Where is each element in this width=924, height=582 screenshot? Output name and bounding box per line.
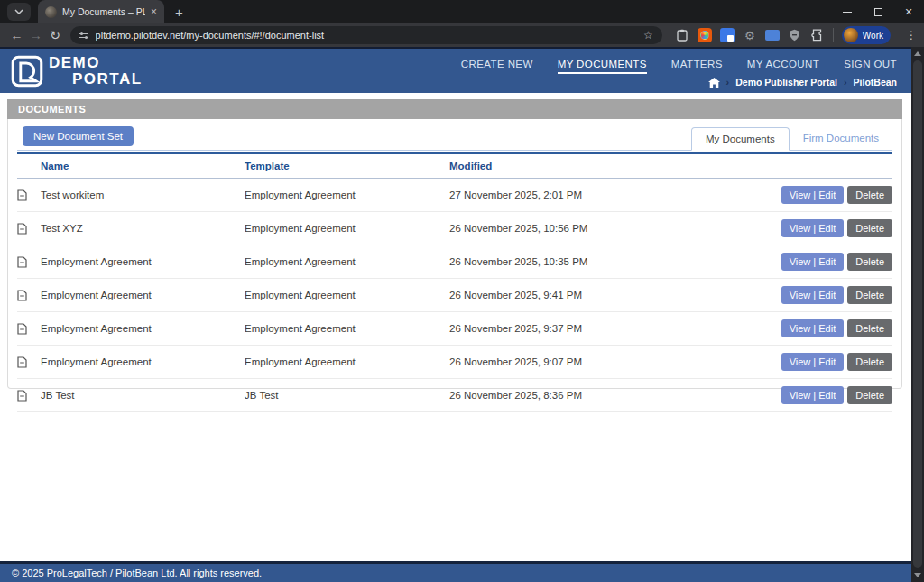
browser-menu-kebab-icon[interactable]: ⋮	[906, 29, 917, 42]
breadcrumb-pilotbean[interactable]: PilotBean	[854, 77, 897, 88]
breadcrumb-demo-publisher-portal[interactable]: Demo Publisher Portal	[735, 77, 837, 88]
window-close-button[interactable]: ✕	[893, 0, 924, 23]
doc-template: JB Test	[245, 379, 449, 412]
tab-favicon-icon	[45, 6, 57, 18]
document-file-icon	[17, 379, 41, 412]
page-viewport: DEMO PORTAL CREATE NEW MY DOCUMENTS MATT…	[0, 47, 911, 582]
doc-template: Employment Agreement	[245, 279, 449, 312]
documents-section-header: DOCUMENTS	[7, 99, 902, 119]
clipboard-extension-icon[interactable]	[675, 28, 689, 42]
column-header-modified: Modified	[449, 153, 743, 179]
table-row: Test XYZ Employment Agreement 26 Novembe…	[17, 212, 892, 245]
nav-matters[interactable]: MATTERS	[671, 59, 723, 74]
page-scrollbar[interactable]	[911, 47, 924, 582]
column-header-name: Name	[41, 153, 245, 179]
doc-modified: 27 November 2025, 2:01 PM	[449, 179, 743, 212]
documents-panel: New Document Set My Documents Firm Docum…	[7, 119, 902, 389]
view-edit-button[interactable]: View | Edit	[781, 319, 845, 337]
doc-modified: 26 November 2025, 10:56 PM	[449, 212, 743, 245]
nav-my-documents[interactable]: MY DOCUMENTS	[558, 59, 647, 74]
doc-template: Employment Agreement	[245, 179, 449, 212]
table-row: Test workitem Employment Agreement 27 No…	[17, 179, 892, 212]
doc-modified: 26 November 2025, 9:07 PM	[449, 346, 743, 379]
table-row: JB Test JB Test 26 November 2025, 8:36 P…	[17, 379, 892, 412]
window-minimize-button[interactable]	[832, 0, 863, 23]
profile-name: Work	[863, 31, 883, 41]
doc-template: Employment Agreement	[245, 212, 449, 245]
view-edit-button[interactable]: View | Edit	[781, 386, 845, 404]
delete-button[interactable]: Delete	[847, 286, 892, 304]
document-file-icon	[17, 212, 41, 245]
main-nav: CREATE NEW MY DOCUMENTS MATTERS MY ACCOU…	[461, 59, 897, 74]
table-header-row: Name Template Modified	[17, 153, 892, 179]
translate-extension-icon[interactable]	[720, 28, 735, 42]
url-text: pltdemo.pilotdev.net/my-documents/#!/doc…	[96, 30, 643, 41]
view-edit-button[interactable]: View | Edit	[781, 286, 845, 304]
panel-toolbar: New Document Set My Documents Firm Docum…	[17, 126, 892, 151]
url-bar[interactable]: pltdemo.pilotdev.net/my-documents/#!/doc…	[70, 26, 662, 44]
camera-ring-extension-icon[interactable]	[698, 28, 712, 42]
demo-portal-logo-icon	[11, 55, 43, 88]
tab-title: My Documents – PLT Demo	[62, 6, 145, 17]
window-maximize-button[interactable]	[863, 0, 893, 23]
tab-my-documents[interactable]: My Documents	[691, 127, 790, 151]
delete-button[interactable]: Delete	[847, 186, 892, 204]
new-tab-button[interactable]: +	[175, 5, 183, 20]
browser-tab[interactable]: My Documents – PLT Demo ×	[38, 0, 164, 23]
tab-firm-documents[interactable]: Firm Documents	[790, 127, 892, 151]
breadcrumb: › Demo Publisher Portal › PilotBean	[708, 77, 897, 88]
doc-modified: 26 November 2025, 10:35 PM	[449, 245, 743, 279]
delete-button[interactable]: Delete	[847, 353, 892, 371]
delete-button[interactable]: Delete	[847, 219, 892, 237]
scrollbar-thumb[interactable]	[913, 60, 922, 568]
shield-extension-icon[interactable]	[788, 28, 802, 42]
back-button[interactable]: ←	[7, 28, 26, 42]
reload-button[interactable]: ↻	[45, 28, 64, 42]
browser-toolbar: ← → ↻ pltdemo.pilotdev.net/my-documents/…	[0, 23, 924, 47]
doc-template: Employment Agreement	[245, 346, 449, 379]
window-extension-icon[interactable]	[765, 28, 780, 42]
nav-create-new[interactable]: CREATE NEW	[461, 59, 533, 74]
logo-text: DEMO PORTAL	[49, 55, 143, 88]
view-edit-button[interactable]: View | Edit	[781, 219, 845, 237]
delete-button[interactable]: Delete	[847, 253, 892, 271]
documents-table: Name Template Modified Test workitem Emp…	[17, 152, 892, 412]
nav-my-account[interactable]: MY ACCOUNT	[747, 59, 819, 74]
doc-name: Test workitem	[41, 179, 245, 212]
table-row: Employment Agreement Employment Agreemen…	[17, 279, 892, 312]
doc-modified: 26 November 2025, 9:41 PM	[449, 279, 743, 312]
forward-button[interactable]: →	[26, 28, 45, 42]
site-logo[interactable]: DEMO PORTAL	[11, 55, 143, 88]
doc-name: JB Test	[41, 379, 245, 412]
table-row: Employment Agreement Employment Agreemen…	[17, 312, 892, 346]
breadcrumb-separator: ›	[844, 77, 847, 88]
doc-name: Employment Agreement	[41, 245, 245, 279]
scrollbar-down-arrow-icon[interactable]	[914, 573, 921, 577]
document-file-icon	[17, 245, 41, 279]
view-edit-button[interactable]: View | Edit	[781, 353, 845, 371]
view-edit-button[interactable]: View | Edit	[781, 186, 845, 204]
nav-sign-out[interactable]: SIGN OUT	[844, 59, 897, 74]
tab-search-chevron-icon[interactable]	[7, 3, 31, 21]
delete-button[interactable]: Delete	[847, 319, 892, 337]
gear-extension-icon[interactable]: ⚙	[743, 28, 757, 42]
document-file-icon	[17, 279, 41, 312]
browser-tab-strip: My Documents – PLT Demo × + ✕	[0, 0, 924, 23]
scrollbar-up-arrow-icon[interactable]	[914, 51, 921, 56]
footer: © 2025 ProLegalTech / PilotBean Ltd. All…	[0, 561, 911, 582]
new-document-set-button[interactable]: New Document Set	[23, 126, 134, 146]
document-file-icon	[17, 312, 41, 346]
doc-template: Employment Agreement	[245, 245, 449, 279]
document-file-icon	[17, 179, 41, 212]
site-header: DEMO PORTAL CREATE NEW MY DOCUMENTS MATT…	[0, 47, 911, 93]
doc-name: Test XYZ	[41, 212, 245, 245]
bookmark-star-icon[interactable]: ☆	[643, 29, 653, 42]
view-edit-button[interactable]: View | Edit	[781, 253, 845, 271]
doc-name: Employment Agreement	[41, 346, 245, 379]
extensions-puzzle-icon[interactable]	[810, 28, 825, 42]
tab-close-icon[interactable]: ×	[151, 5, 157, 18]
delete-button[interactable]: Delete	[847, 386, 892, 404]
site-settings-icon[interactable]	[79, 33, 88, 38]
home-icon[interactable]	[708, 78, 720, 88]
profile-chip[interactable]: Work	[842, 26, 891, 44]
